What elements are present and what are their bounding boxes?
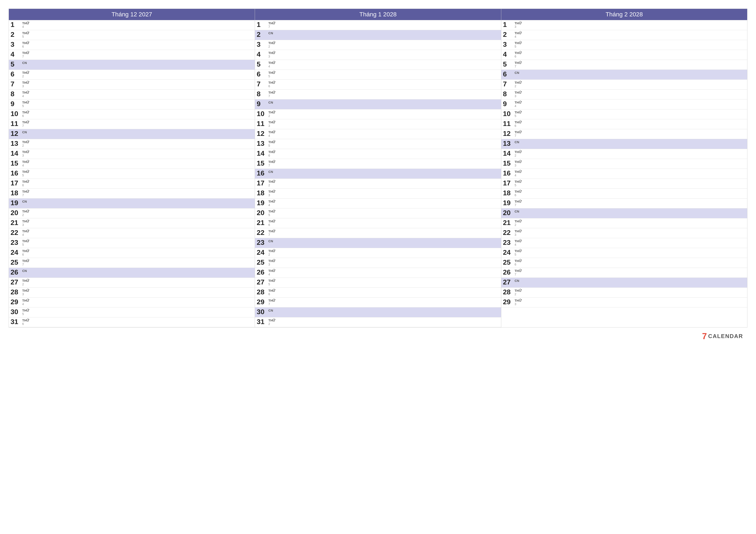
week-num: 6 [515,55,522,58]
day-label: CN [515,279,519,283]
day-label: THỨ [515,32,522,35]
week-num: 7 [22,193,29,197]
day-info: THỨ4 [515,100,522,108]
day-label: THỨ [22,21,29,25]
day-label: THỨ [515,289,522,292]
week-num: 3 [22,85,29,88]
day-info: THỨ7 [268,160,275,167]
day-number: 8 [503,90,514,97]
day-number: 5 [257,61,267,67]
day-number: 2 [503,31,514,38]
day-info: THỨ7 [515,61,522,68]
day-row: 5THỨ7 [501,60,747,70]
day-row: 2THỨ4 [501,30,747,40]
day-info: THỨ4 [268,269,275,276]
day-label: THỨ [515,220,522,223]
day-info: CN [268,170,273,174]
day-label: THỨ [22,299,29,302]
day-number: 4 [11,51,21,58]
day-info: THỨ6 [22,249,29,256]
day-number: 22 [11,229,21,236]
week-num: 7 [515,65,522,68]
day-label: THỨ [515,101,522,104]
day-label: THỨ [515,81,522,85]
day-label: THỨ [22,279,29,283]
day-info: THỨ5 [515,110,522,117]
day-info: THỨ6 [268,219,275,226]
week-num: 3 [515,25,522,28]
day-label: THỨ [515,41,522,45]
day-info: THỨ3 [515,21,522,28]
day-info: THỨ6 [22,110,29,117]
week-num: 4 [515,174,522,177]
day-row: 24THỨ6 [9,248,255,258]
week-num: 3 [515,94,522,98]
day-info: THỨ2 [268,249,275,256]
day-label: THỨ [22,150,29,154]
week-num: 7 [22,124,29,127]
day-number: 4 [503,51,514,58]
day-info: THỨ4 [268,61,275,68]
day-info: CN [22,199,27,203]
week-num: 6 [268,223,275,226]
day-number: 6 [503,71,514,78]
day-info: THỨ7 [22,51,29,58]
day-row: 20CN [501,208,747,218]
week-num: 7 [515,203,522,207]
day-label: THỨ [515,240,522,243]
day-label: THỨ [268,220,275,223]
day-label: THỨ [22,81,29,85]
day-row: 10THỨ2 [255,109,501,119]
day-row: 3THỨ6 [9,40,255,50]
day-label: THỨ [515,120,522,124]
day-info: THỨ2 [515,289,522,296]
day-row: 2THỨ5 [9,30,255,40]
day-label: THỨ [515,299,522,302]
week-num: 4 [268,134,275,138]
week-num: 6 [22,114,29,117]
day-number: 26 [503,269,514,276]
day-number: 3 [503,41,514,48]
week-num: 6 [22,45,29,48]
day-row: 29THỨ7 [255,297,501,308]
day-number: 15 [11,160,21,167]
day-row: 17THỨ2 [255,179,501,189]
day-label: THỨ [268,180,275,184]
day-label: CN [22,269,27,273]
day-number: 17 [503,180,514,187]
day-info: THỨ4 [268,199,275,207]
day-row: 3THỨ5 [501,40,747,50]
day-row: 14THỨ6 [255,149,501,159]
day-row: 4THỨ7 [9,50,255,60]
day-info: THỨ7 [268,21,275,28]
day-info: THỨ6 [268,81,275,88]
day-number: 29 [11,298,21,305]
day-info: CN [268,239,273,243]
day-row: 25THỨ7 [9,258,255,268]
week-num: 7 [22,55,29,58]
day-info: CN [268,31,273,35]
day-number: 31 [11,318,21,325]
week-num: 4 [515,35,522,38]
day-number: 19 [257,199,267,206]
week-num: 2 [268,45,275,48]
day-row: 9THỨ5 [9,99,255,109]
day-label: THỨ [268,230,275,233]
day-number: 29 [503,298,514,305]
week-num: 2 [268,184,275,187]
day-info: THỨ4 [22,90,29,98]
day-label: THỨ [268,61,275,65]
week-num: 3 [515,233,522,237]
day-number: 8 [257,90,267,97]
day-row: 26THỨ7 [501,268,747,278]
day-info: THỨ3 [22,289,29,296]
week-num: 6 [22,184,29,187]
day-row: 7THỨ2 [501,80,747,89]
day-number: 25 [257,259,267,266]
day-label: THỨ [22,111,29,114]
day-info: THỨ4 [22,21,29,28]
day-row: 25THỨ6 [501,258,747,268]
day-info: THỨ2 [22,209,29,216]
day-row: 13CN [501,139,747,149]
day-info: THỨ3 [22,81,29,88]
